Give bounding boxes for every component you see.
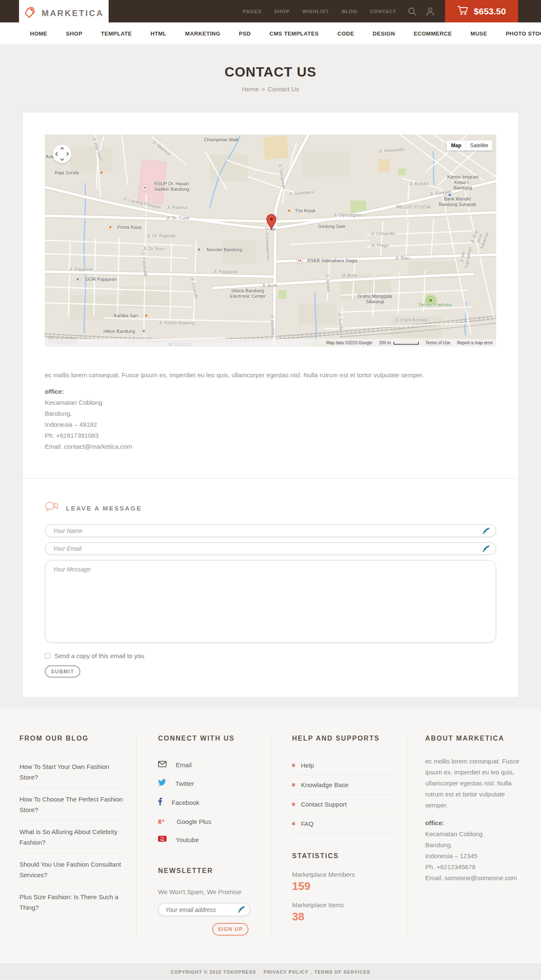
blog-link[interactable]: How To Start Your Own Fashion Store?	[19, 763, 109, 781]
office-line: Bandung.	[45, 408, 496, 419]
user-account-icon[interactable]	[421, 7, 439, 16]
map-label-poi[interactable]: Kantor Imigrasi Kelas I - Bandung	[446, 174, 480, 191]
map-bank-icon[interactable]	[448, 193, 452, 197]
map-restaurant-icon[interactable]	[99, 170, 104, 175]
blog-list-item: How To Choose The Perfect Fashion Store?	[19, 788, 124, 821]
cart-total: $653.50	[474, 6, 506, 16]
signup-button[interactable]: SIGN UP	[212, 923, 249, 936]
map-hotel-icon[interactable]	[142, 329, 146, 333]
connect-item-youtube[interactable]: YouTubeYoutube	[158, 831, 259, 848]
terms-of-services-link[interactable]: TERMS OF SERVICES	[314, 969, 370, 975]
logo[interactable]: MARKETICA	[19, 0, 109, 26]
top-nav-item-pages[interactable]: PAGES	[236, 9, 268, 14]
pen-icon	[483, 527, 490, 536]
map-hospital-icon[interactable]: H	[142, 185, 148, 191]
top-nav-item-wishlist[interactable]: WISHLIST	[296, 9, 335, 14]
blog-link[interactable]: Should You Use Fashion Consultant Servic…	[19, 861, 121, 878]
form-heading-text: LEAVE A MESSAGE	[66, 505, 142, 512]
map-label-road: Jl. Pajajaran	[213, 269, 238, 275]
submit-button[interactable]: SUBMIT	[45, 665, 80, 678]
map-label-poi[interactable]: Gedung Sate	[318, 224, 346, 229]
privacy-policy-link[interactable]: PRIVACY POLICY	[264, 969, 309, 975]
office-line: Kecamatan Coblong	[45, 397, 496, 408]
contact-card: Champelas WalkJl. HasanudinAstonJl. Haji…	[22, 112, 519, 697]
map-label-poi[interactable]: The Kiosk	[295, 208, 316, 214]
map-label-road: Jl. Bondol	[409, 181, 429, 187]
category-nav-item-html[interactable]: HTML	[150, 30, 167, 37]
satellite-button[interactable]: Satellite	[466, 140, 492, 151]
top-nav-item-shop[interactable]: SHOP	[268, 9, 296, 14]
map-label-poi[interactable]: Graha Manggala Siliwangi	[358, 294, 392, 305]
blog-link[interactable]: Plus Size Fashion: Is There Such a Thing…	[19, 893, 118, 911]
map-restaurant-icon[interactable]	[108, 225, 112, 229]
search-icon[interactable]	[403, 7, 421, 16]
breadcrumb-home[interactable]: Home	[242, 85, 259, 93]
category-nav-item-muse[interactable]: MUSE	[470, 30, 487, 37]
top-nav-item-blog[interactable]: BLOG	[335, 9, 363, 14]
newsletter-email-input[interactable]	[158, 903, 250, 916]
send-copy-checkbox[interactable]	[45, 653, 50, 659]
breadcrumb: Home>Contact Us	[0, 85, 541, 93]
map-label-poi[interactable]: RSKB Halmahera Siaga	[307, 258, 357, 264]
map-pan-control[interactable]	[53, 145, 71, 163]
breadcrumb-separator: >	[262, 85, 265, 93]
category-nav-item-ecommerce[interactable]: ECOMMERCE	[414, 30, 452, 37]
report-map-error-link[interactable]: Report a map error	[457, 340, 493, 345]
map-label-poi[interactable]: Hilton Bandung	[103, 329, 135, 334]
blog-link[interactable]: What is So Alluring About Celebrity Fash…	[19, 828, 117, 846]
category-nav-item-template[interactable]: TEMPLATE	[101, 30, 132, 37]
page-header: CONTACT US Home>Contact Us	[0, 45, 541, 112]
help-link-knowladge-base[interactable]: Knowladge Base	[301, 781, 349, 788]
help-link-contact-support[interactable]: Contact Support	[301, 801, 347, 808]
map-label-park[interactable]: Taman Pramuka	[418, 302, 452, 307]
email-input[interactable]	[45, 542, 496, 555]
map-label-poi[interactable]: Bank Mandiri Bandung Surapati	[439, 196, 476, 207]
map-button[interactable]: Map	[447, 140, 466, 151]
help-link-faq[interactable]: FAQ	[301, 820, 314, 827]
help-list-item: FAQ	[292, 814, 395, 834]
map-marker-pin[interactable]	[266, 214, 277, 231]
map-label-poi[interactable]: GOR Pajajaran	[85, 277, 117, 282]
map-hotel-icon[interactable]	[76, 277, 80, 281]
office-line: Email. contact@marketica.com	[45, 441, 496, 452]
connect-item-twitter[interactable]: Twitter	[158, 774, 259, 793]
map-hotel-icon[interactable]	[197, 247, 201, 252]
category-nav-item-design[interactable]: DESIGN	[373, 30, 395, 37]
top-nav-item-contact[interactable]: CONTACT	[364, 9, 403, 14]
map-label-poi[interactable]: Novotel Bandung	[207, 247, 242, 253]
map-label-road: Jl. Diponegoro	[333, 212, 362, 218]
connect-item-facebook[interactable]: Facebook	[158, 793, 259, 812]
map-label-road: Jl. Pajajaran	[69, 266, 93, 272]
footer-newsletter-title: NEWSLETTER	[158, 867, 259, 875]
map-label-poi[interactable]: Prima Rasa	[117, 225, 141, 230]
map-label-area[interactable]: MESJID PUSDAI	[396, 204, 431, 210]
map-label-poi[interactable]: Champelas Walk	[204, 137, 239, 143]
category-nav-item-marketing[interactable]: MARKETING	[185, 30, 220, 37]
category-nav-item-home[interactable]: HOME	[30, 30, 47, 37]
category-nav-item-cms-templates[interactable]: CMS TEMPLATES	[270, 30, 319, 37]
map-label-poi[interactable]: RSUP Dr. Hasan Sadikin Bandung	[154, 181, 189, 192]
category-nav-item-psd[interactable]: PSD	[239, 30, 251, 37]
message-textarea[interactable]	[45, 560, 496, 643]
map-label-poi[interactable]: Istana Bandung Electronic Center	[230, 288, 265, 299]
connect-item-google-plus[interactable]: g+Google Plus	[158, 812, 259, 831]
map-label-road: Jl. Dr. Rum	[143, 246, 165, 252]
google-map[interactable]: Champelas WalkJl. HasanudinAstonJl. Haji…	[45, 135, 496, 347]
category-nav-item-photo-stocks[interactable]: PHOTO STOCKS	[506, 30, 541, 37]
map-hospital-icon[interactable]: H	[297, 258, 303, 264]
blog-links-list: How To Start Your Own Fashion Store?How …	[19, 756, 124, 918]
connect-item-email[interactable]: Email	[158, 756, 259, 774]
name-input[interactable]	[45, 524, 496, 537]
map-scale: 200 m	[379, 340, 419, 345]
terms-of-use-link[interactable]: Terms of Use	[426, 340, 451, 345]
map-label-poi[interactable]: Kartika Sari	[114, 313, 138, 318]
map-label-poi[interactable]: Raja Sunda	[55, 170, 79, 176]
category-nav-item-shop[interactable]: SHOP	[66, 30, 82, 37]
map-restaurant-icon[interactable]	[144, 313, 148, 318]
help-link-help[interactable]: Help	[301, 762, 314, 769]
connect-list: EmailTwitterFacebookg+Google PlusYouTube…	[158, 756, 259, 848]
cart-button[interactable]: $653.50	[445, 0, 518, 22]
blog-link[interactable]: How To Choose The Perfect Fashion Store?	[19, 796, 123, 813]
category-nav-item-code[interactable]: CODE	[337, 30, 354, 37]
map-restaurant-icon[interactable]	[287, 209, 291, 213]
